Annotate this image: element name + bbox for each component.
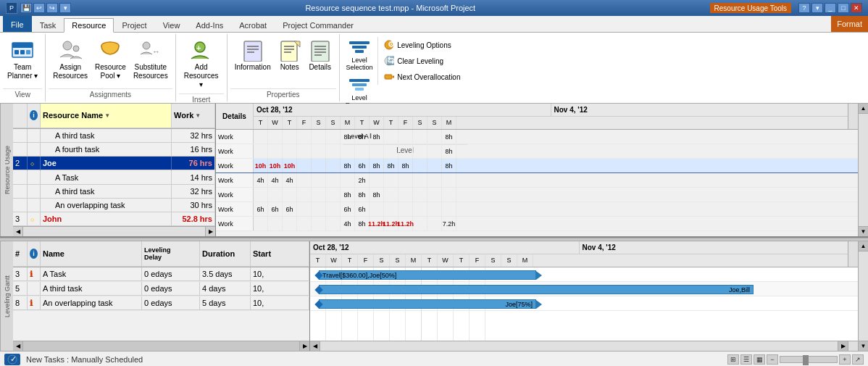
- bottom-name-header: Name: [41, 241, 142, 267]
- leveling-options-label: Leveling Options: [397, 41, 451, 49]
- gantt-scroll-left[interactable]: ◀: [310, 341, 320, 351]
- scroll-left-btn-2[interactable]: ◀: [13, 341, 23, 351]
- tab-view[interactable]: View: [155, 17, 188, 32]
- tab-project[interactable]: Project: [114, 17, 154, 32]
- team-planner-button[interactable]: TeamPlanner ▾: [4, 37, 41, 82]
- table-row-john[interactable]: 3 ⬦ John 52.8 hrs: [13, 212, 215, 226]
- scroll-down-btn-2[interactable]: ▼: [859, 341, 868, 351]
- quick-access-save[interactable]: 💾: [20, 3, 32, 13]
- team-planner-label: TeamPlanner ▾: [7, 63, 38, 80]
- gantt-bar-label-1: Travel[$360.00],Joe[50%]: [322, 272, 396, 279]
- gantt-day-s3: S: [485, 254, 501, 267]
- tab-resource[interactable]: Resource: [64, 18, 114, 33]
- help-btn[interactable]: ?: [798, 3, 810, 13]
- ribbon-toggle[interactable]: ▾: [811, 3, 823, 13]
- quick-access-more[interactable]: ▾: [59, 3, 71, 13]
- scroll-up-btn-2[interactable]: ▲: [859, 241, 868, 251]
- tab-format[interactable]: Format: [831, 16, 868, 32]
- minimize-btn[interactable]: _: [825, 3, 836, 13]
- chart-row: Work 8h 8h 8h 8h: [216, 130, 858, 144]
- table-row-joe[interactable]: 2 ⬦ Joe 76 hrs: [13, 157, 215, 170]
- info-icon: ℹ: [30, 270, 33, 279]
- quick-access-undo[interactable]: ↩: [33, 3, 45, 13]
- view-btn-1[interactable]: ⊞: [727, 354, 739, 365]
- col-icon-header: i: [28, 104, 41, 128]
- svg-point-8: [143, 42, 150, 49]
- clear-leveling-button[interactable]: 🔄 Clear Leveling: [381, 54, 463, 67]
- bottom-icon-header: i: [28, 241, 41, 267]
- table-row[interactable]: A fourth task 16 hrs: [13, 143, 215, 157]
- substitute-resources-button[interactable]: ↔ SubstituteResources: [130, 37, 171, 82]
- notes-icon: [278, 38, 301, 62]
- expand-btn[interactable]: ↗: [852, 354, 864, 365]
- scroll-down-btn[interactable]: ▼: [859, 226, 868, 236]
- details-label: Details: [309, 63, 331, 72]
- zoom-slider[interactable]: [780, 356, 838, 363]
- day-t1: T: [254, 117, 268, 129]
- svg-rect-38: [385, 75, 392, 79]
- view-btn-3[interactable]: ▦: [754, 354, 765, 365]
- gantt-scroll-right[interactable]: ▶: [838, 341, 848, 351]
- svg-text:+: +: [196, 43, 201, 52]
- table-row[interactable]: A third task 32 hrs: [13, 185, 215, 199]
- gantt-week2-header: Nov 4, '12: [580, 241, 848, 254]
- tab-file[interactable]: File: [3, 16, 32, 32]
- table-row[interactable]: A Task 14 hrs: [13, 170, 215, 184]
- add-resources-button[interactable]: + AddResources ▾: [180, 37, 222, 91]
- tab-task[interactable]: Task: [32, 17, 64, 32]
- notes-button[interactable]: Notes: [275, 37, 304, 73]
- gantt-bar-task3: Joe[75%]: [310, 299, 542, 309]
- scrollbar-right-top[interactable]: ▲ ▼: [858, 104, 868, 236]
- zoom-out-btn[interactable]: −: [767, 354, 778, 365]
- view-btn-2[interactable]: ☰: [740, 354, 752, 365]
- quick-access-redo[interactable]: ↪: [46, 3, 58, 13]
- gantt-day-t3: T: [422, 254, 438, 267]
- tab-acrobat[interactable]: Acrobat: [231, 17, 275, 32]
- tab-projectcommander[interactable]: Project Commander: [275, 17, 362, 32]
- day-f2: F: [398, 117, 413, 129]
- details-button[interactable]: Details: [306, 37, 335, 73]
- new-tasks-label: New Tasks : Manually Scheduled: [26, 355, 143, 364]
- svg-text:✓: ✓: [10, 354, 17, 363]
- scroll-right-btn[interactable]: ▶: [205, 227, 215, 236]
- bottom-levdelay-header: LevelingDelay: [142, 241, 200, 267]
- zoom-thumb[interactable]: [803, 355, 809, 365]
- table-row[interactable]: 3 ℹ A Task 0 edays 3.5 days 10,: [13, 267, 309, 282]
- gantt-arrow-3: [536, 300, 542, 309]
- col-name-header: Resource Name ▼: [41, 104, 172, 128]
- table-row[interactable]: An overlapping task 30 hrs: [13, 199, 215, 212]
- gantt-week1-header: Oct 28, '12: [310, 241, 580, 254]
- title-bar: P 💾 ↩ ↪ ▾ Resource sequence test.mpp - M…: [0, 0, 868, 16]
- scrollbar-right-bottom[interactable]: ▲ ▼: [858, 241, 868, 351]
- resource-pool-button[interactable]: ResourcePool ▾: [92, 37, 129, 82]
- new-task-icon[interactable]: ✓: [4, 354, 20, 365]
- day-t4: T: [384, 117, 398, 129]
- scrollbar-corner: [848, 104, 858, 129]
- leveling-options-button[interactable]: ⚙ Leveling Options: [381, 38, 463, 51]
- level-selection-button[interactable]: LevelSelection: [344, 37, 374, 73]
- table-row[interactable]: 8 ℹ An overlapping task 0 edays 5 days 1…: [13, 296, 309, 311]
- gantt-day-s2: S: [390, 254, 406, 267]
- assign-resources-label: AssignResources: [53, 63, 88, 80]
- scroll-right-btn-2[interactable]: ▶: [299, 341, 309, 351]
- scroll-left-btn[interactable]: ◀: [13, 227, 23, 236]
- gantt-bar-inner-2: Joe,Bill: [319, 285, 754, 294]
- title-bar-left: P 💾 ↩ ↪ ▾: [6, 2, 71, 14]
- properties-group-label: Properties: [230, 88, 336, 100]
- maximize-btn[interactable]: □: [838, 3, 849, 13]
- day-s4: S: [427, 117, 442, 129]
- close-btn[interactable]: ✕: [851, 3, 862, 13]
- information-button[interactable]: Information: [232, 37, 274, 73]
- scroll-up-btn[interactable]: ▲: [859, 104, 868, 114]
- table-row[interactable]: 5 A third task 0 edays 4 days 10,: [13, 282, 309, 296]
- chart-row-joe: Work 10h 10h 10h 8h 6h 8h 8h 8h 8h: [216, 159, 858, 173]
- next-overallocation-button[interactable]: Next Overallocation: [381, 70, 463, 83]
- day-w2: W: [370, 117, 384, 129]
- assign-resources-button[interactable]: AssignResources: [50, 37, 91, 82]
- table-row[interactable]: A third task 32 hrs: [13, 129, 215, 143]
- tab-addins[interactable]: Add-Ins: [188, 17, 231, 32]
- bottom-start-header: Start: [251, 241, 309, 267]
- zoom-in-btn[interactable]: +: [839, 354, 851, 365]
- substitute-resources-icon: ↔: [139, 38, 162, 62]
- substitute-resources-label: SubstituteResources: [133, 63, 168, 80]
